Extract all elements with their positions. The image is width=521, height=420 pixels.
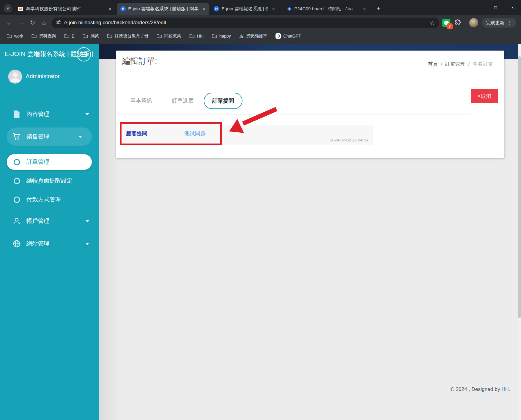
red-annotation-box	[120, 122, 222, 145]
forward-icon: →	[18, 19, 24, 26]
bookmark-label: 測試	[90, 33, 99, 39]
breadcrumb-order-management[interactable]: 訂單管理	[445, 61, 466, 67]
main-content: 編輯訂單: 首頁/訂單管理/查看訂單 × 取消 基本資訊 訂單進度 訂單提問 顧…	[99, 44, 521, 420]
close-icon[interactable]: ×	[271, 6, 276, 12]
tab-strip: ∨ M 鴻享科技股份有限公司 郵件 × H E-join 雲端報名系統 | 體驗…	[0, 0, 521, 15]
sidebar-item-label: 銷售管理	[26, 133, 49, 141]
cancel-x-icon: ×	[478, 94, 480, 98]
home-button[interactable]: ⌂	[38, 17, 50, 28]
bookmark-label: HIII	[197, 34, 204, 38]
bookmark-label: E	[72, 34, 75, 38]
sidebar-divider	[5, 65, 92, 65]
bookmark-label: work	[14, 34, 23, 38]
cancel-button-label: 取消	[481, 93, 491, 100]
close-window-button[interactable]: ×	[504, 0, 521, 15]
sidebar-item-label: 網站管理	[26, 240, 49, 248]
sidebar-item-label: 訂單管理	[26, 158, 49, 166]
caret-down-icon	[85, 220, 89, 222]
bookmark-folder-hiii[interactable]: HIII	[189, 34, 204, 38]
bookmark-folder-test[interactable]: 測試	[83, 33, 99, 39]
plus-icon: +	[377, 5, 381, 13]
bookmark-folder-issues[interactable]: 問題蒐集	[157, 33, 181, 39]
globe-icon	[12, 240, 21, 248]
sidebar-item-payment-methods[interactable]: 付款方式管理	[0, 190, 99, 209]
bookmark-label: 問題蒐集	[164, 33, 181, 39]
browser-tab-ejoin-active[interactable]: H E-join 雲端報名系統 | 體驗版 | 鴻享科 ×	[117, 3, 209, 15]
sidebar-toggle-button[interactable]	[77, 47, 91, 61]
breadcrumb: 首頁/訂單管理/查看訂單	[428, 61, 493, 68]
sidebar-item-label: 結帳頁面提醒設定	[26, 177, 72, 185]
bookmark-folder-manual[interactable]: 好漢後台教育手冊	[107, 33, 149, 39]
bookmark-label: ChatGPT	[283, 34, 301, 38]
sidebar-item-account-management[interactable]: 帳戶管理	[0, 212, 99, 230]
chrome-update-button[interactable]: 完成更新 ⋮	[482, 18, 516, 28]
site-info-icon[interactable]	[56, 19, 61, 26]
bookmark-folder-data-lookup[interactable]: 資料查詢	[32, 33, 56, 39]
page-viewport: E-JOIN 雲端報名系統 | 體驗版 | 鴻享科 Administrator …	[0, 44, 521, 420]
url-text[interactable]: e-join.hiiihosting.com/backend/orders/28…	[64, 20, 166, 26]
caret-down-icon	[78, 136, 82, 138]
bookmark-drive-security[interactable]: 資安維護單	[239, 33, 267, 39]
bookmark-chatgpt[interactable]: ChatGPT	[276, 33, 301, 39]
bookmark-star-icon[interactable]: ☆	[430, 19, 435, 26]
tab-title: E-join 雲端報名系統 | 體驗版 | 鴻享科	[128, 6, 199, 12]
scrollbar-thumb[interactable]	[518, 56, 521, 318]
drive-icon	[239, 34, 244, 38]
bookmark-folder-work[interactable]: work	[7, 34, 23, 38]
tab-basic-info[interactable]: 基本資訊	[130, 97, 152, 104]
ejoin-icon: H	[214, 6, 219, 12]
scrollbar[interactable]	[518, 44, 521, 420]
close-icon[interactable]: ×	[201, 6, 207, 12]
maximize-button[interactable]: □	[487, 0, 504, 15]
reload-button[interactable]: ↻	[27, 17, 38, 28]
bookmark-label: happy	[219, 34, 231, 38]
browser-tab-ejoin[interactable]: H E-join 雲端報名系統 | 體驗版 | 鴻享 ×	[210, 3, 279, 15]
sidebar: E-JOIN 雲端報名系統 | 體驗版 | 鴻享科 Administrator …	[0, 44, 99, 420]
back-button[interactable]: ←	[4, 17, 15, 28]
minimize-button[interactable]: —	[470, 0, 487, 15]
red-annotation-arrow	[224, 106, 282, 136]
browser-tab-gmail[interactable]: M 鴻享科技股份有限公司 郵件 ×	[15, 3, 115, 15]
address-bar[interactable]: e-join.hiiihosting.com/backend/orders/28…	[52, 18, 439, 28]
toolbar-right-cluster: 7 完成更新 ⋮	[442, 18, 517, 28]
browser-tab-jira[interactable]: P24C09 board - 時間軸 - Jira ×	[283, 3, 370, 15]
breadcrumb-current: 查看訂單	[473, 61, 493, 67]
forward-button[interactable]: →	[15, 17, 27, 28]
bookmark-folder-happy[interactable]: happy	[212, 34, 231, 38]
page-footer: © 2024 , Designed by Hiii.	[450, 386, 510, 392]
tabs-divider	[122, 114, 470, 114]
line-extension-icon[interactable]: 7	[442, 19, 450, 27]
tab-search-button[interactable]: ∨	[4, 4, 12, 12]
footer-hiii-link[interactable]: Hiii	[502, 386, 509, 392]
toolbar-divider	[465, 19, 465, 26]
sidebar-item-sales-management[interactable]: 銷售管理	[7, 127, 92, 146]
cancel-button[interactable]: × 取消	[471, 89, 498, 103]
close-icon[interactable]: ×	[107, 6, 113, 12]
browser-toolbar: ← → ↻ ⌂ e-join.hiiihosting.com/backend/o…	[0, 15, 521, 31]
new-tab-button[interactable]: +	[374, 4, 383, 13]
radio-circle-icon	[12, 197, 21, 203]
tab-title: 鴻享科技股份有限公司 郵件	[26, 6, 105, 12]
tab-separator	[279, 6, 279, 12]
sidebar-item-content-management[interactable]: 內容管理	[0, 105, 99, 123]
reload-icon: ↻	[30, 19, 35, 26]
breadcrumb-home[interactable]: 首頁	[428, 61, 438, 67]
tab-title: P24C09 board - 時間軸 - Jira	[294, 6, 359, 12]
caret-down-icon	[85, 113, 89, 115]
chatgpt-icon	[276, 33, 281, 39]
bookmark-label: 資料查詢	[39, 33, 56, 39]
sidebar-item-website-management[interactable]: 網站管理	[0, 235, 99, 253]
sidebar-item-checkout-reminder[interactable]: 結帳頁面提醒設定	[0, 172, 99, 190]
user-avatar-icon	[8, 70, 22, 84]
browser-window: ∨ M 鴻享科技股份有限公司 郵件 × H E-join 雲端報名系統 | 體驗…	[0, 0, 521, 420]
sidebar-item-order-management[interactable]: 訂單管理	[7, 154, 92, 170]
file-icon	[12, 110, 21, 118]
profile-avatar[interactable]	[469, 18, 478, 27]
ejoin-icon: H	[120, 6, 126, 12]
close-icon[interactable]: ×	[362, 6, 367, 12]
extensions-puzzle-icon[interactable]	[454, 19, 461, 27]
tab-order-progress[interactable]: 訂單進度	[172, 97, 194, 104]
more-menu-icon[interactable]: ⋮	[507, 20, 512, 25]
bookmark-folder-e[interactable]: E	[64, 34, 75, 38]
tab-title: E-join 雲端報名系統 | 體驗版 | 鴻享	[222, 6, 268, 12]
